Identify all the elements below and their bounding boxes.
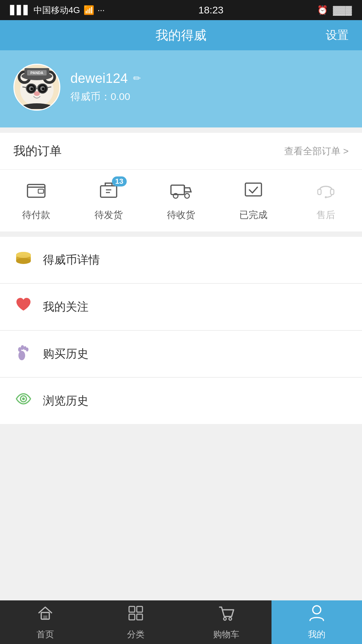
dots: ··· xyxy=(98,5,105,15)
pending-receipt-icon-wrap xyxy=(169,180,193,204)
username-row: dewei124 ✏ xyxy=(70,71,141,86)
menu-label-coins: 得威币详情 xyxy=(43,252,100,268)
svg-rect-53 xyxy=(129,614,135,620)
order-label-pending-receipt: 待收货 xyxy=(167,209,195,221)
svg-point-55 xyxy=(224,618,226,620)
view-all-orders-button[interactable]: 查看全部订单 > xyxy=(284,145,349,158)
pending-payment-icon-wrap xyxy=(24,180,48,204)
order-label-pending-shipment: 待发货 xyxy=(95,209,123,221)
menu-item-coins[interactable]: 得威币详情 xyxy=(0,237,362,283)
tab-bar: 首页 分类 购物车 我的 xyxy=(0,600,362,644)
svg-point-56 xyxy=(229,618,232,620)
profile-info: dewei124 ✏ 得威币：0.00 xyxy=(70,71,141,104)
completed-icon-wrap xyxy=(241,180,265,204)
tab-item-categories[interactable]: 分类 xyxy=(90,600,181,644)
menu-label-purchase-history: 购买历史 xyxy=(43,346,88,362)
grid-icon xyxy=(127,604,144,626)
headset-icon xyxy=(316,180,336,203)
svg-text:PANDA: PANDA xyxy=(31,71,43,75)
svg-rect-24 xyxy=(38,189,44,193)
order-label-aftersale: 售后 xyxy=(316,209,335,221)
user-icon xyxy=(308,604,325,626)
coins-display: 得威币：0.00 xyxy=(70,90,141,104)
settings-button[interactable]: 设置 xyxy=(326,28,349,43)
avatar[interactable]: PANDA xyxy=(13,64,60,111)
svg-rect-52 xyxy=(137,606,142,612)
wallet-icon xyxy=(26,180,46,203)
tab-item-cart[interactable]: 购物车 xyxy=(181,600,272,644)
order-label-completed: 已完成 xyxy=(239,209,267,221)
order-item-pending-shipment[interactable]: 13 待发货 xyxy=(78,180,139,221)
svg-rect-33 xyxy=(318,189,321,195)
header: 我的得威 设置 xyxy=(0,20,362,50)
order-item-pending-receipt[interactable]: 待收货 xyxy=(151,180,211,221)
heart-icon xyxy=(13,296,34,318)
status-left: ▋▋▋ 中国移动4G 📶 ··· xyxy=(10,4,105,16)
tab-item-home[interactable]: 首页 xyxy=(0,600,90,644)
truck-icon xyxy=(170,180,192,203)
order-status-row: 待付款 13 待发货 xyxy=(0,170,362,231)
orders-section: 我的订单 查看全部订单 > 待付款 xyxy=(0,133,362,231)
svg-point-20 xyxy=(38,84,47,93)
battery-icon: ▓▓▓ xyxy=(333,5,352,15)
tab-label-categories: 分类 xyxy=(127,629,144,640)
status-right: ⏰ ▓▓▓ xyxy=(317,5,352,15)
shipment-badge: 13 xyxy=(112,176,127,186)
svg-rect-28 xyxy=(171,185,184,195)
coins-icon xyxy=(13,249,34,271)
svg-rect-50 xyxy=(43,615,47,619)
order-label-pending-payment: 待付款 xyxy=(22,209,50,221)
profile-section: PANDA dewei124 ✏ 得威币：0.00 xyxy=(0,50,362,127)
svg-point-57 xyxy=(313,606,321,614)
menu-item-purchase-history[interactable]: 购买历史 xyxy=(0,331,362,377)
svg-rect-32 xyxy=(245,183,261,196)
cart-icon xyxy=(218,604,235,626)
tab-label-mine: 我的 xyxy=(308,629,325,640)
wifi-icon: 📶 xyxy=(83,5,94,15)
svg-point-48 xyxy=(22,397,25,400)
order-item-completed[interactable]: 已完成 xyxy=(223,180,284,221)
menu-item-browse-history[interactable]: 浏览历史 xyxy=(0,378,362,424)
svg-rect-51 xyxy=(129,606,135,612)
menu-label-favorites: 我的关注 xyxy=(43,299,88,315)
order-item-aftersale[interactable]: 售后 xyxy=(296,180,356,221)
carrier-label: 中国移动4G xyxy=(34,4,80,16)
section-divider-1 xyxy=(0,127,362,133)
menu-section: 得威币详情 我的关注 购买历史 xyxy=(0,237,362,424)
pending-shipment-icon-wrap: 13 xyxy=(97,180,121,204)
eye-icon xyxy=(13,390,34,412)
home-icon xyxy=(37,604,54,626)
edit-icon[interactable]: ✏ xyxy=(133,73,141,84)
svg-point-19 xyxy=(27,84,36,93)
status-bar: ▋▋▋ 中国移动4G 📶 ··· 18:23 ⏰ ▓▓▓ xyxy=(0,0,362,20)
orders-header: 我的订单 查看全部订单 > xyxy=(0,133,362,170)
checkmark-icon xyxy=(243,180,263,203)
tab-item-mine[interactable]: 我的 xyxy=(272,600,362,644)
svg-point-41 xyxy=(16,252,31,258)
alarm-icon: ⏰ xyxy=(317,5,328,15)
svg-rect-23 xyxy=(27,184,45,197)
avatar-image: PANDA xyxy=(15,65,59,109)
tab-label-home: 首页 xyxy=(37,629,54,640)
svg-point-40 xyxy=(16,258,31,264)
signal-icon: ▋▋▋ xyxy=(10,5,30,15)
coins-label: 得威币： xyxy=(70,91,111,102)
menu-item-favorites[interactable]: 我的关注 xyxy=(0,284,362,330)
tab-label-cart: 购物车 xyxy=(213,629,239,640)
svg-point-42 xyxy=(18,351,25,360)
aftersale-icon-wrap xyxy=(314,180,338,204)
svg-rect-34 xyxy=(330,189,334,195)
svg-rect-25 xyxy=(101,186,117,197)
order-item-pending-payment[interactable]: 待付款 xyxy=(6,180,66,221)
page-title: 我的得威 xyxy=(156,27,206,44)
svg-point-46 xyxy=(26,347,28,352)
svg-point-44 xyxy=(21,345,24,350)
time-display: 18:23 xyxy=(198,4,224,16)
coins-value: 0.00 xyxy=(111,91,130,102)
footprint-icon xyxy=(13,343,34,365)
username-text: dewei124 xyxy=(70,71,128,86)
svg-rect-54 xyxy=(137,614,142,620)
section-divider-2 xyxy=(0,231,362,237)
menu-label-browse-history: 浏览历史 xyxy=(43,393,88,409)
svg-point-30 xyxy=(185,194,189,198)
